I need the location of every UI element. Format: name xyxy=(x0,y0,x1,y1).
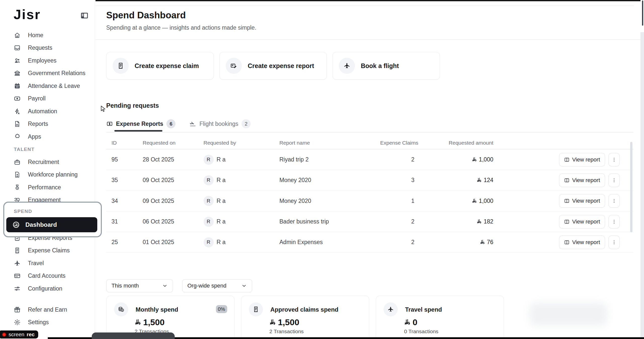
metric-amount-value: 0 xyxy=(413,317,418,327)
table-scrollbar[interactable] xyxy=(630,142,632,232)
col-header-requested-by: Requested by xyxy=(204,140,280,146)
screenrec-badge: screen rec xyxy=(0,330,38,338)
cell-report-name: Money 2020 xyxy=(280,198,380,204)
table-row: 34 09 Oct 2025 R R a Money 2020 1 1,000 xyxy=(106,191,634,211)
sidebar-item-icon xyxy=(14,133,21,140)
sidebar-toggle-icon[interactable] xyxy=(80,11,89,20)
sidebar-item[interactable]: Automation xyxy=(0,105,95,118)
sidebar-item-label: Recruitment xyxy=(28,159,59,165)
gauge-icon xyxy=(12,221,20,229)
quick-action-card[interactable]: Book a flight xyxy=(333,52,440,80)
requested-by-name: R a xyxy=(217,239,226,246)
sidebar-nav-spend: Expense Reports Expense Claims Travel Ca… xyxy=(0,232,95,295)
cell-actions: View report xyxy=(493,174,628,187)
kebab-menu-icon xyxy=(611,157,617,162)
cell-report-name: Riyad trip 2 xyxy=(280,156,380,163)
page-title: Spend Dashboard xyxy=(106,10,256,21)
sidebar-item-label: Workforce planning xyxy=(28,171,78,178)
cell-expense-claims: 1 xyxy=(380,198,446,204)
quick-action-icon-circle xyxy=(113,58,129,74)
page-scrollbar-thumb[interactable] xyxy=(642,1,643,26)
tab[interactable]: Expense Reports 6 xyxy=(106,116,176,132)
sidebar-item[interactable]: Travel xyxy=(0,257,95,270)
view-report-button[interactable]: View report xyxy=(559,174,605,187)
metric-title: Approved claims spend xyxy=(270,306,339,313)
sidebar-item[interactable]: Card Accounts xyxy=(0,270,95,282)
sidebar-item[interactable]: Expense Claims xyxy=(0,244,95,257)
quick-action-label: Book a flight xyxy=(361,62,399,70)
page-scrollbar-track[interactable] xyxy=(640,32,644,339)
row-menu-button[interactable] xyxy=(609,153,620,166)
sidebar-item[interactable]: Home xyxy=(0,29,95,42)
period-select-value: This month xyxy=(112,282,139,289)
view-report-button[interactable]: View report xyxy=(559,153,605,166)
sidebar-item[interactable]: Performance xyxy=(0,181,95,194)
sidebar-item-icon xyxy=(14,272,21,279)
requested-by-name: R a xyxy=(217,218,226,225)
sar-currency-icon xyxy=(134,319,141,326)
sidebar-item[interactable]: Attendance & Leave xyxy=(0,80,95,92)
col-header-expense-claims: Expense Claims xyxy=(380,140,446,146)
sidebar-nav-main: Home Requests Employees Government Relat… xyxy=(0,29,95,206)
sidebar-item-label: Payroll xyxy=(28,95,45,102)
view-report-icon xyxy=(564,198,570,204)
sidebar-item-icon xyxy=(14,70,21,77)
metric-amount-value: 1,500 xyxy=(143,317,165,327)
quick-action-card[interactable]: Create expense report xyxy=(219,52,327,80)
kebab-menu-icon xyxy=(611,178,617,183)
amount-value: 1,000 xyxy=(479,198,493,204)
period-select[interactable]: This month xyxy=(106,279,173,292)
avatar: R xyxy=(204,175,214,185)
sidebar-item[interactable]: Government Relations xyxy=(0,67,95,80)
screenrec-label-rec: rec xyxy=(27,331,35,337)
cell-requested-by: R R a xyxy=(204,175,280,185)
view-report-button[interactable]: View report xyxy=(559,194,605,208)
sidebar-item-icon xyxy=(14,319,21,326)
sidebar-item[interactable]: Configuration xyxy=(0,282,95,295)
sidebar-item[interactable]: Recruitment xyxy=(0,156,95,168)
metric-transactions: 2 Transactions xyxy=(269,328,304,334)
header-divider xyxy=(96,39,644,40)
metric-amount-value: 1,500 xyxy=(278,317,299,327)
record-dot-icon xyxy=(2,332,6,337)
quick-action-card[interactable]: Create expense claim xyxy=(106,52,214,80)
sidebar-item[interactable]: Reports xyxy=(0,118,95,131)
sidebar-item[interactable]: Settings xyxy=(0,316,95,329)
sidebar-section-spend: SPEND xyxy=(14,209,32,214)
quick-action-icon xyxy=(117,62,124,69)
view-report-button[interactable]: View report xyxy=(559,236,605,249)
scope-select[interactable]: Org-wide spend xyxy=(182,279,252,292)
tab[interactable]: Flight bookings 2 xyxy=(190,116,251,132)
sidebar-item-dashboard-active[interactable]: Dashboard xyxy=(6,217,97,232)
quick-action-icon xyxy=(230,62,237,69)
sidebar-item-icon xyxy=(14,44,21,51)
cell-requested-amount: 1,000 xyxy=(446,198,493,204)
sidebar-item[interactable]: Workforce planning xyxy=(0,168,95,181)
sidebar-item[interactable]: Refer and Earn xyxy=(0,303,95,316)
row-menu-button[interactable] xyxy=(609,215,620,229)
table-header-row: ID Requested on Requested by Report name… xyxy=(106,137,634,149)
view-report-icon xyxy=(564,157,570,162)
metric-change-badge: 0% xyxy=(216,305,227,313)
spend-dashboard-page: Jisr Home Requests Employees xyxy=(0,0,644,339)
cell-requested-amount: 76 xyxy=(446,239,493,246)
sidebar-item-icon xyxy=(14,159,21,165)
row-menu-button[interactable] xyxy=(609,174,620,187)
row-menu-button[interactable] xyxy=(609,194,620,208)
cell-id: 25 xyxy=(112,239,143,246)
quick-action-icon xyxy=(343,62,350,69)
col-header-requested-amount: Requested amount xyxy=(446,140,493,146)
row-menu-button[interactable] xyxy=(609,236,620,249)
sidebar-item[interactable]: Apps xyxy=(0,130,95,143)
view-report-button[interactable]: View report xyxy=(559,215,605,229)
sidebar-item[interactable]: Requests xyxy=(0,42,95,54)
screenrec-label-screen: screen xyxy=(9,331,24,337)
col-header-id: ID xyxy=(112,140,143,146)
sidebar-item[interactable]: Employees xyxy=(0,54,95,67)
sidebar-item-label: Attendance & Leave xyxy=(28,83,80,89)
bottom-tooltip-shape xyxy=(92,332,175,339)
sar-currency-icon xyxy=(476,178,482,183)
metric-transactions: 0 Transactions xyxy=(404,328,439,334)
sidebar-item[interactable]: Payroll xyxy=(0,92,95,105)
cell-expense-claims: 2 xyxy=(380,218,446,225)
